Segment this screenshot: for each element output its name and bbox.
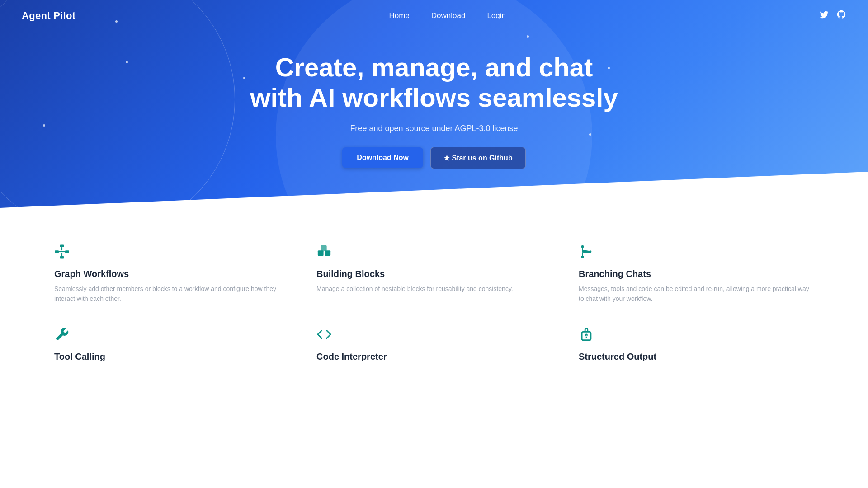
building-blocks-title: Building Blocks xyxy=(316,269,552,279)
hero-buttons: Download Now ★ Star us on Github xyxy=(250,147,618,169)
graph-workflows-icon xyxy=(54,244,289,263)
svg-rect-0 xyxy=(60,244,64,247)
feature-graph-workflows: Graph Workflows Seamlessly add other mem… xyxy=(54,244,289,304)
feature-building-blocks: Building Blocks Manage a collection of n… xyxy=(316,244,552,304)
feature-code-interpreter: Code Interpreter xyxy=(316,327,552,366)
feature-tool-calling: Tool Calling xyxy=(54,327,289,366)
nav-item-download[interactable]: Download xyxy=(431,11,466,20)
graph-workflows-desc: Seamlessly add other members or blocks t… xyxy=(54,284,289,304)
svg-rect-9 xyxy=(325,250,330,256)
structured-output-icon xyxy=(579,327,814,345)
dot-3 xyxy=(43,124,45,127)
graph-workflows-title: Graph Workflows xyxy=(54,269,289,279)
feature-branching-chats: Branching Chats Messages, tools and code… xyxy=(579,244,814,304)
github-icon[interactable] xyxy=(836,9,846,22)
nav-social-icons xyxy=(819,9,846,22)
github-star-button[interactable]: ★ Star us on Github xyxy=(430,147,526,169)
branching-chats-icon xyxy=(579,244,814,263)
features-grid: Graph Workflows Seamlessly add other mem… xyxy=(54,244,814,366)
twitter-icon[interactable] xyxy=(819,9,829,22)
hero-title: Create, manage, and chat with AI workflo… xyxy=(250,52,618,113)
nav-item-login[interactable]: Login xyxy=(487,11,506,20)
nav-links: Home Download Login xyxy=(389,11,506,20)
building-blocks-desc: Manage a collection of nestable blocks f… xyxy=(316,284,552,294)
building-blocks-icon xyxy=(316,244,552,263)
hero-content: Create, manage, and chat with AI workflo… xyxy=(241,52,627,169)
hero-title-line1: Create, manage, and chat xyxy=(275,52,593,82)
hero-subtitle: Free and open source under AGPL-3.0 lice… xyxy=(250,124,618,133)
structured-output-title: Structured Output xyxy=(579,352,814,362)
dot-2 xyxy=(126,61,128,63)
dot-4 xyxy=(527,35,529,38)
download-now-button[interactable]: Download Now xyxy=(342,147,423,168)
hero-diagonal-cut xyxy=(0,172,868,208)
svg-rect-3 xyxy=(60,256,64,259)
nav-link-home[interactable]: Home xyxy=(389,11,409,20)
code-interpreter-icon xyxy=(316,327,552,345)
features-section: Graph Workflows Seamlessly add other mem… xyxy=(0,208,868,394)
hero-title-line2: with AI workflows seamlessly xyxy=(250,83,618,112)
tool-calling-title: Tool Calling xyxy=(54,352,289,362)
site-logo[interactable]: Agent Pilot xyxy=(22,10,75,22)
nav-link-download[interactable]: Download xyxy=(431,11,466,20)
branching-chats-desc: Messages, tools and code can be edited a… xyxy=(579,284,814,304)
nav-link-login[interactable]: Login xyxy=(487,11,506,20)
svg-rect-10 xyxy=(321,245,327,251)
tool-calling-icon xyxy=(54,327,289,345)
code-interpreter-title: Code Interpreter xyxy=(316,352,552,362)
branching-chats-title: Branching Chats xyxy=(579,269,814,279)
nav-item-home[interactable]: Home xyxy=(389,11,409,20)
feature-structured-output: Structured Output xyxy=(579,327,814,366)
svg-rect-8 xyxy=(318,250,324,256)
navbar: Agent Pilot Home Download Login xyxy=(0,0,868,32)
